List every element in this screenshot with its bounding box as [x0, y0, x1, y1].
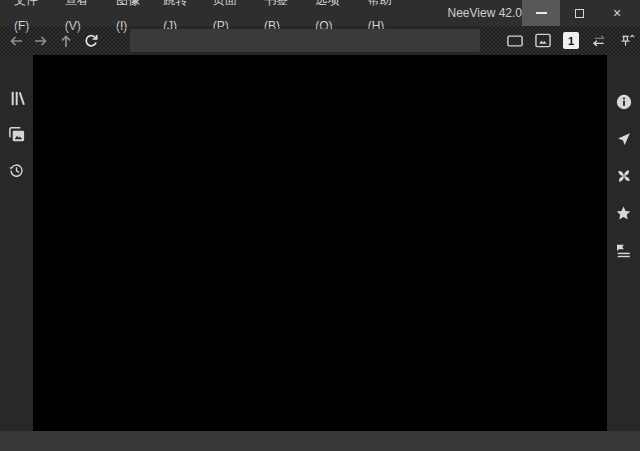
minimize-icon [536, 12, 547, 14]
up-button[interactable] [58, 30, 74, 52]
maximize-button[interactable] [560, 0, 598, 26]
image-canvas[interactable] [33, 55, 607, 431]
read-direction-swap-icon [591, 33, 607, 49]
left-panel-rail [0, 55, 33, 431]
close-button[interactable]: × [598, 0, 636, 26]
photo-album-panel-button[interactable] [6, 124, 28, 144]
nav-button-group [8, 26, 99, 55]
window-controls: × [522, 0, 636, 26]
minimize-button[interactable] [522, 0, 560, 26]
navigator-icon [615, 131, 632, 148]
neeview-window: 文件(F) 查看(V) 图像(I) 跳转(J) 页面(P) 书签(B) 选项(O… [0, 0, 640, 451]
status-bar [0, 431, 640, 451]
information-icon [616, 94, 632, 110]
menu-pin-button[interactable] [619, 30, 635, 52]
history-panel-button[interactable] [6, 160, 28, 180]
back-arrow-icon [8, 33, 24, 49]
refresh-button[interactable] [83, 30, 99, 52]
view-button-group: 1 [507, 26, 635, 55]
forward-button[interactable] [33, 30, 49, 52]
panorama-view-button[interactable] [507, 30, 523, 52]
title-bar: 文件(F) 查看(V) 图像(I) 跳转(J) 页面(P) 书签(B) 选项(O… [0, 0, 640, 26]
refresh-icon [83, 32, 99, 49]
effect-panel-button[interactable] [613, 166, 635, 186]
image-view-button[interactable] [535, 30, 551, 52]
forward-arrow-icon [33, 33, 49, 49]
close-icon: × [613, 6, 621, 20]
maximize-icon [575, 9, 584, 18]
read-direction-button[interactable] [591, 30, 607, 52]
bookmark-star-icon [615, 205, 632, 222]
menu-pin-icon [619, 32, 635, 49]
image-view-icon [535, 33, 551, 48]
bookmark-panel-button[interactable] [613, 203, 635, 223]
right-panel-rail [607, 55, 640, 431]
information-panel-button[interactable] [613, 92, 635, 112]
playlist-icon [615, 243, 632, 258]
back-button[interactable] [8, 30, 24, 52]
main-area [0, 55, 640, 431]
photo-album-icon [7, 125, 26, 144]
effect-pinwheel-icon [615, 167, 633, 185]
up-arrow-icon [58, 33, 74, 49]
single-page-icon: 1 [563, 32, 579, 49]
playlist-panel-button[interactable] [613, 240, 635, 260]
single-page-button[interactable]: 1 [563, 30, 579, 52]
history-icon [8, 162, 25, 179]
panorama-frame-icon [507, 34, 523, 48]
address-bar[interactable] [130, 29, 480, 52]
navigator-panel-button[interactable] [613, 129, 635, 149]
bookshelf-panel-button[interactable] [6, 88, 28, 108]
bookshelf-icon [7, 89, 26, 108]
window-title: NeeView 42.0 [448, 6, 523, 20]
toolbar: 1 [0, 26, 640, 55]
